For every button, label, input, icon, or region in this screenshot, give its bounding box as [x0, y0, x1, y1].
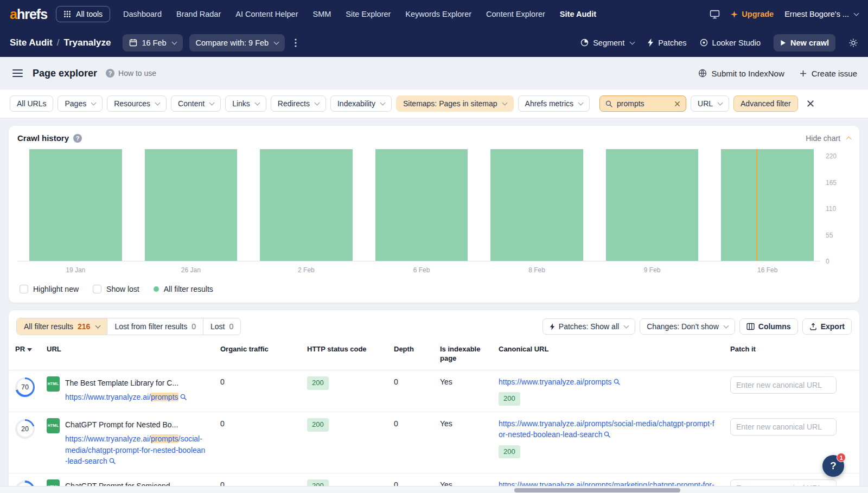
display-icon[interactable] — [710, 10, 720, 19]
filter-sitemaps-active[interactable]: Sitemaps: Pages in sitemap — [396, 95, 514, 112]
columns-button[interactable]: Columns — [739, 318, 798, 335]
column-header-depth[interactable]: Depth — [387, 342, 433, 370]
how-to-use-link[interactable]: How to use — [106, 69, 156, 78]
show-lost-checkbox[interactable]: Show lost — [93, 285, 139, 293]
chevron-down-icon — [502, 100, 507, 106]
tab-lost[interactable]: Lost0 — [203, 318, 240, 335]
topnav-item-site-explorer[interactable]: Site Explorer — [346, 10, 391, 18]
gear-icon[interactable] — [848, 38, 858, 48]
open-url-icon[interactable] — [180, 392, 187, 403]
column-header-canonical[interactable]: Canonical URL — [492, 342, 724, 370]
chart-bar-6-feb[interactable] — [375, 149, 468, 261]
patch-canonical-input[interactable] — [730, 418, 837, 436]
topnav-item-ai-content-helper[interactable]: AI Content Helper — [235, 10, 298, 18]
search-input[interactable] — [617, 99, 663, 108]
tab-lost-from-filter-results[interactable]: Lost from filter results0 — [107, 318, 203, 335]
export-button[interactable]: Export — [802, 318, 852, 335]
column-header-organic-traffic[interactable]: Organic traffic — [214, 342, 301, 370]
crawl-date-picker[interactable]: 16 Feb — [123, 34, 182, 52]
filter-all-urls[interactable]: All URLs — [10, 95, 53, 112]
segment-dropdown[interactable]: Segment — [580, 39, 634, 47]
table-header-row: PR URL Organic traffic HTTP status code … — [9, 342, 859, 370]
filter-dropdown-resources[interactable]: Resources — [107, 95, 167, 112]
breadcrumb: Site Audit / Tryanalyze — [10, 37, 111, 48]
column-header-patch[interactable]: Patch it — [724, 342, 859, 370]
all-urls-label: All URLs — [17, 99, 46, 108]
looker-studio-button[interactable]: Looker Studio — [700, 39, 761, 47]
open-url-icon[interactable] — [604, 430, 610, 440]
filter-dropdown-pages[interactable]: Pages — [58, 95, 103, 112]
tab-all-filter-results[interactable]: All filter results216 — [17, 318, 107, 335]
patches-button[interactable]: Patches — [647, 39, 686, 47]
organic-traffic-cell: 0 — [214, 370, 301, 412]
search-scope-dropdown[interactable]: URL — [691, 95, 729, 112]
highlight-new-checkbox[interactable]: Highlight new — [20, 285, 79, 293]
clear-filters-icon[interactable] — [805, 98, 816, 110]
more-options-kebab[interactable] — [291, 36, 300, 49]
patches-filter-dropdown[interactable]: Patches: Show all — [542, 318, 635, 335]
ahrefs-logo[interactable]: ahrefs — [10, 7, 47, 22]
account-menu[interactable]: Ernest Bogore's ... — [784, 10, 858, 18]
page-url-link[interactable]: https://www.tryanalyze.ai/prompts — [65, 392, 187, 403]
new-crawl-button[interactable]: New crawl — [774, 34, 835, 52]
advanced-filter-button[interactable]: Advanced filter — [733, 95, 798, 112]
horizontal-scrollbar — [0, 486, 868, 493]
lightning-icon — [647, 39, 654, 47]
highlight-new-label: Highlight new — [33, 285, 79, 293]
chart-bar-26-jan[interactable] — [145, 149, 238, 261]
clear-search-icon[interactable] — [674, 101, 680, 107]
column-header-http-status[interactable]: HTTP status code — [301, 342, 387, 370]
filter-dropdown-redirects[interactable]: Redirects — [271, 95, 326, 112]
topnav-item-smm[interactable]: SMM — [313, 10, 331, 18]
topnav-item-keywords-explorer[interactable]: Keywords Explorer — [405, 10, 471, 18]
page-url-link[interactable]: https://www.tryanalyze.ai/prompts/social… — [65, 433, 207, 467]
sparkle-icon — [731, 11, 738, 18]
breadcrumb-root[interactable]: Site Audit — [10, 37, 53, 48]
changes-filter-dropdown[interactable]: Changes: Don't show — [640, 318, 735, 335]
create-issue-button[interactable]: Create issue — [800, 69, 857, 78]
submit-indexnow-button[interactable]: Submit to IndexNow — [698, 69, 784, 78]
chart-bar-9-feb[interactable] — [606, 149, 699, 261]
help-button[interactable]: ? 1 — [822, 455, 844, 477]
patch-canonical-input[interactable] — [730, 376, 837, 394]
chevron-down-icon — [380, 100, 386, 106]
project-toolbar: Site Audit / Tryanalyze 16 Feb Compare w… — [0, 28, 868, 57]
looker-studio-icon — [700, 39, 708, 47]
column-header-indexable[interactable]: Is indexable page — [433, 342, 492, 370]
checkbox-icon[interactable] — [93, 285, 101, 293]
chart-bar-2-feb[interactable] — [260, 149, 353, 261]
upgrade-button[interactable]: Upgrade — [731, 10, 774, 18]
filter-ahrefs-metrics[interactable]: Ahrefs metrics — [518, 95, 590, 112]
hide-chart-toggle[interactable]: Hide chart — [806, 134, 851, 143]
column-header-url[interactable]: URL — [40, 342, 214, 370]
url-search-box[interactable] — [599, 95, 686, 112]
topnav-item-dashboard[interactable]: Dashboard — [123, 10, 162, 18]
chart-bar-16-feb[interactable] — [721, 149, 814, 261]
checkbox-icon[interactable] — [20, 285, 28, 293]
hamburger-menu-icon[interactable] — [11, 68, 24, 79]
x-axis-label: 8 Feb — [490, 266, 583, 274]
chevron-down-icon — [254, 100, 260, 106]
chart-bar-19-jan[interactable] — [29, 149, 122, 261]
canonical-url-link[interactable]: https://www.tryanalyze.ai/prompts — [499, 376, 717, 388]
open-url-icon[interactable] — [614, 377, 620, 388]
filter-dropdown-indexability[interactable]: Indexability — [330, 95, 392, 112]
chart-bar-8-feb[interactable] — [490, 149, 583, 261]
filter-dropdown-links[interactable]: Links — [225, 95, 266, 112]
topnav-item-content-explorer[interactable]: Content Explorer — [486, 10, 545, 18]
breadcrumb-current[interactable]: Tryanalyze — [63, 37, 111, 48]
open-url-icon[interactable] — [109, 456, 116, 467]
filter-dropdown-content[interactable]: Content — [171, 95, 221, 112]
chart-controls: Highlight new Show lost All filter resul… — [17, 281, 851, 297]
chevron-down-icon — [723, 323, 729, 329]
chevron-down-icon — [91, 100, 97, 106]
columns-label: Columns — [758, 322, 791, 331]
topnav-item-brand-radar[interactable]: Brand Radar — [176, 10, 221, 18]
all-tools-button[interactable]: All tools — [56, 6, 110, 22]
column-header-pr[interactable]: PR — [9, 342, 40, 370]
canonical-url-link[interactable]: https://www.tryanalyze.ai/prompts/social… — [499, 418, 717, 441]
topnav-item-site-audit[interactable]: Site Audit — [560, 10, 596, 18]
compare-with-dropdown[interactable]: Compare with: 9 Feb — [189, 34, 285, 52]
scrollbar-thumb[interactable] — [514, 488, 680, 492]
advanced-filter-label: Advanced filter — [741, 99, 791, 108]
